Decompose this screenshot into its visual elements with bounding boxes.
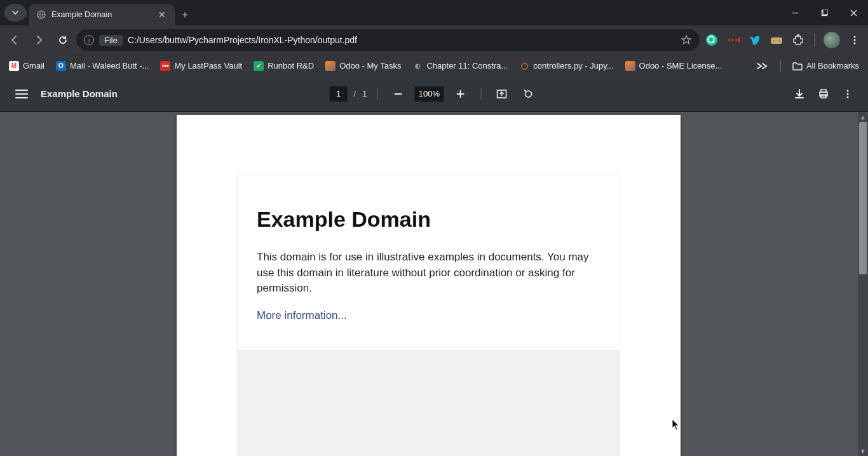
document-paragraph: This domain is for use in illustrative e… [257, 250, 600, 297]
svg-point-18 [847, 90, 849, 91]
close-window-button[interactable] [839, 0, 868, 25]
bookmark-favicon: ••• [160, 61, 170, 71]
extension-misc-icon[interactable] [767, 30, 786, 50]
fit-to-page-button[interactable] [491, 84, 512, 104]
vertical-scrollbar[interactable]: ▲ ▼ [858, 112, 868, 456]
pdf-menu-button[interactable] [10, 83, 33, 105]
address-bar[interactable]: i File C:/Users/buttw/PycharmProjects/Ir… [76, 29, 700, 51]
folder-icon [792, 62, 803, 70]
extension-lastpass-icon[interactable] [724, 30, 743, 50]
minimize-button[interactable] [780, 0, 810, 25]
back-button[interactable] [4, 29, 25, 51]
bookmark-item[interactable]: OMail - Waleed Butt -... [52, 58, 153, 74]
more-information-link[interactable]: More information... [257, 309, 347, 321]
bookmark-label: controllers.py - Jupy... [533, 61, 613, 70]
bookmark-favicon: O [56, 61, 66, 71]
svg-point-4 [728, 39, 730, 41]
browser-tab[interactable]: Example Domain ✕ [29, 4, 175, 25]
bookmark-label: My LastPass Vault [174, 61, 242, 70]
svg-point-13 [854, 43, 856, 44]
svg-rect-8 [771, 37, 782, 44]
download-button[interactable] [789, 84, 810, 104]
document-heading: Example Domain [257, 207, 600, 232]
bookmark-label: Odoo - SME License... [639, 61, 722, 70]
page-number-input[interactable]: 1 [330, 86, 348, 102]
pdf-viewport[interactable]: Example Domain This domain is for use in… [0, 112, 868, 456]
separator [814, 34, 815, 46]
bookmark-star-icon[interactable] [681, 34, 692, 46]
url-scheme-chip: File [99, 35, 123, 46]
svg-point-12 [854, 39, 856, 41]
pdf-toolbar-right [789, 84, 858, 104]
all-bookmarks-label: All Bookmarks [806, 61, 859, 70]
bookmark-label: Mail - Waleed Butt -... [70, 61, 149, 70]
scrollbar-thumb[interactable] [859, 122, 867, 274]
bookmark-favicon [325, 61, 336, 71]
scroll-up-arrow-icon[interactable]: ▲ [858, 112, 868, 122]
svg-point-5 [731, 39, 734, 41]
bookmark-item[interactable]: MGmail [5, 58, 48, 74]
separator [780, 60, 781, 72]
bookmark-label: Gmail [23, 61, 44, 70]
scroll-down-arrow-icon[interactable]: ▼ [858, 446, 868, 456]
bookmark-item[interactable]: Odoo - My Tasks [322, 58, 405, 74]
bookmark-favicon: ◐ [412, 61, 423, 71]
page-separator: / [354, 89, 356, 98]
profile-avatar[interactable] [824, 32, 840, 48]
site-info-icon[interactable]: i [84, 35, 94, 45]
scrollbar-track[interactable] [859, 122, 867, 446]
pdf-more-button[interactable] [837, 84, 858, 104]
tab-search-button[interactable] [4, 4, 27, 22]
svg-point-11 [854, 36, 856, 38]
browser-titlebar: Example Domain ✕ ＋ [0, 0, 868, 25]
svg-rect-2 [823, 10, 828, 15]
url-text: C:/Users/buttw/PycharmProjects/IronXL-Py… [128, 35, 675, 45]
window-controls [780, 0, 868, 25]
bookmark-item[interactable]: •••My LastPass Vault [156, 58, 246, 74]
forward-button[interactable] [28, 29, 50, 51]
bookmark-label: Odoo - My Tasks [339, 61, 401, 70]
globe-icon [36, 10, 46, 20]
bookmarks-bar: MGmailOMail - Waleed Butt -...•••My Last… [0, 55, 868, 76]
bookmark-item[interactable]: ◯controllers.py - Jupy... [515, 58, 617, 74]
svg-point-20 [847, 96, 849, 98]
extensions-button[interactable] [789, 30, 808, 50]
svg-point-19 [847, 93, 849, 95]
browser-menu-button[interactable] [845, 30, 864, 50]
svg-point-6 [735, 39, 738, 41]
svg-point-10 [778, 40, 780, 42]
svg-point-9 [773, 40, 775, 42]
bookmarks-overflow-button[interactable] [751, 60, 773, 72]
extension-vimeo-icon[interactable] [745, 30, 764, 50]
bookmark-item[interactable]: ◐Chapter 11: Constra... [409, 58, 512, 74]
bookmark-favicon: M [9, 61, 19, 71]
pdf-viewer-toolbar: Example Domain 1 / 1 100% [0, 76, 868, 112]
page-total: 1 [362, 89, 367, 98]
bookmark-favicon: ◯ [519, 61, 529, 71]
address-bar-row: i File C:/Users/buttw/PycharmProjects/Ir… [0, 25, 868, 55]
separator [377, 88, 377, 100]
bookmark-item[interactable]: Odoo - SME License... [621, 58, 726, 74]
maximize-button[interactable] [810, 0, 839, 25]
titlebar-drag-area [195, 0, 780, 25]
document-blank-area [237, 351, 620, 456]
svg-rect-7 [738, 37, 740, 43]
bookmark-item[interactable]: ✓Runbot R&D [250, 58, 318, 74]
reload-button[interactable] [52, 29, 74, 51]
close-tab-button[interactable]: ✕ [157, 10, 167, 20]
bookmark-favicon: ✓ [254, 61, 264, 71]
print-button[interactable] [813, 84, 834, 104]
bookmark-favicon [625, 61, 635, 71]
rotate-button[interactable] [518, 84, 538, 104]
all-bookmarks-button[interactable]: All Bookmarks [789, 58, 863, 73]
pdf-page: Example Domain This domain is for use in… [177, 115, 681, 456]
extension-grammarly-icon[interactable] [702, 30, 721, 50]
zoom-out-button[interactable] [388, 84, 408, 104]
bookmark-label: Runbot R&D [268, 61, 314, 70]
new-tab-button[interactable]: ＋ [175, 4, 195, 25]
zoom-in-button[interactable] [450, 84, 470, 104]
tab-title: Example Domain [51, 10, 152, 19]
zoom-level-input[interactable]: 100% [414, 86, 444, 102]
pdf-toolbar-center: 1 / 1 100% [330, 84, 539, 104]
bookmark-label: Chapter 11: Constra... [426, 61, 508, 70]
